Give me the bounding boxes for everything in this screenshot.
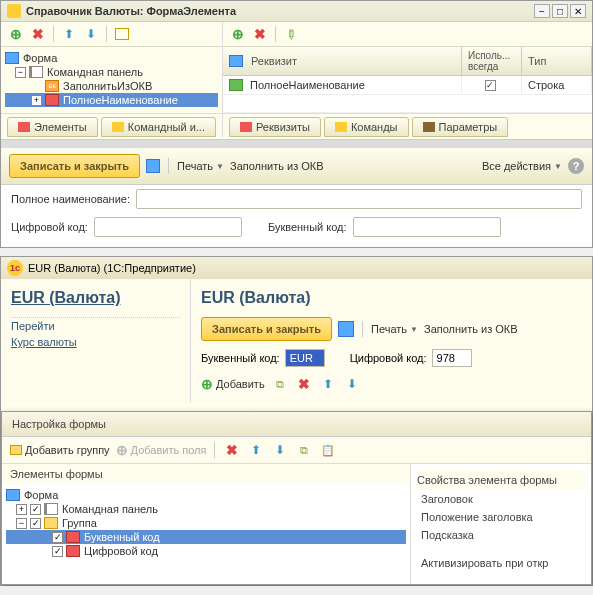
minimize-button[interactable]: − xyxy=(534,4,550,18)
form-preview: Записать и закрыть Печать▼ Заполнить из … xyxy=(1,139,592,247)
checkbox[interactable]: ✓ xyxy=(30,518,41,529)
enterprise-window: 1c EUR (Валюта) (1С:Предприятие) EUR (Ва… xyxy=(0,256,593,586)
tree-node-lettercode[interactable]: ✓ Буквенный код xyxy=(6,530,406,544)
form-icon xyxy=(6,489,20,501)
copy-icon[interactable]: ⧉ xyxy=(295,441,313,459)
field-icon xyxy=(66,531,80,543)
tab-elements[interactable]: Элементы xyxy=(7,117,98,137)
add-group-button[interactable]: Добавить группу xyxy=(10,444,110,456)
tree-node-form[interactable]: Форма xyxy=(6,488,406,502)
copy-icon[interactable]: ⧉ xyxy=(271,375,289,393)
window-title: Справочник Валюты: ФормаЭлемента xyxy=(26,5,534,17)
tree-node-button[interactable]: ок ЗаполнитьИзОКВ xyxy=(5,79,218,93)
modal-toolbar: Добавить группу ⊕Добавить поля ✖ ⬆ ⬇ ⧉ 📋 xyxy=(2,437,591,464)
tree-node-field[interactable]: + ПолноеНаименование xyxy=(5,93,218,107)
save-close-button[interactable]: Записать и закрыть xyxy=(201,317,332,341)
right-tabs: Реквизиты Команды Параметры xyxy=(223,113,592,137)
ok-icon: ок xyxy=(45,80,59,92)
modal-title: Настройка формы xyxy=(2,412,591,437)
main-content: EUR (Валюта) Записать и закрыть Печать▼ … xyxy=(191,279,592,403)
checkbox[interactable]: ✓ xyxy=(30,504,41,515)
delete-icon[interactable]: ✖ xyxy=(29,25,47,43)
down-icon[interactable]: ⬇ xyxy=(343,375,361,393)
delete-icon[interactable]: ✖ xyxy=(295,375,313,393)
tab-icon xyxy=(18,122,30,132)
up-icon[interactable]: ⬆ xyxy=(319,375,337,393)
collapse-icon[interactable]: − xyxy=(16,518,27,529)
prop-title[interactable]: Заголовок xyxy=(417,490,585,508)
expand-icon[interactable]: + xyxy=(16,504,27,515)
expand-icon[interactable]: + xyxy=(31,95,42,106)
delete-icon[interactable]: ✖ xyxy=(223,441,241,459)
titlebar: Справочник Валюты: ФормаЭлемента − □ ✕ xyxy=(1,1,592,22)
save-icon[interactable] xyxy=(146,159,160,173)
print-button[interactable]: Печать▼ xyxy=(177,160,224,172)
fill-okv-button[interactable]: Заполнить из ОКВ xyxy=(230,160,324,172)
collapse-icon[interactable]: − xyxy=(15,67,26,78)
tab-icon xyxy=(240,122,252,132)
folder-icon xyxy=(44,517,58,529)
page-title: EUR (Валюта) xyxy=(201,289,582,307)
prop-title-pos[interactable]: Положение заголовка xyxy=(417,508,585,526)
tab-commands[interactable]: Команды xyxy=(324,117,409,137)
tab-params[interactable]: Параметры xyxy=(412,117,509,137)
numcode-input[interactable] xyxy=(94,217,242,237)
tree-node-panel[interactable]: − Командная панель xyxy=(5,65,218,79)
tab-attributes[interactable]: Реквизиты xyxy=(229,117,321,137)
tab-icon xyxy=(335,122,347,132)
tab-command-ui[interactable]: Командный и... xyxy=(101,117,216,137)
label-numcode: Цифровой код: xyxy=(350,352,427,364)
tree-node-form[interactable]: Форма xyxy=(5,51,218,65)
field-icon xyxy=(45,94,59,106)
down-icon[interactable]: ⬇ xyxy=(82,25,100,43)
folder-icon xyxy=(10,445,22,455)
tree-node-group[interactable]: − ✓ Группа xyxy=(6,516,406,530)
fullname-input[interactable] xyxy=(136,189,582,209)
checkbox[interactable]: ✓ xyxy=(52,532,63,543)
save-close-button[interactable]: Записать и закрыть xyxy=(9,154,140,178)
add-icon[interactable]: ⊕ xyxy=(7,25,25,43)
add-button[interactable]: ⊕Добавить xyxy=(201,376,265,392)
prop-hint[interactable]: Подсказка xyxy=(417,526,585,544)
add-icon[interactable]: ⊕ xyxy=(229,25,247,43)
label-lettercode: Буквенный код: xyxy=(268,221,347,233)
lettercode-input[interactable] xyxy=(353,217,501,237)
maximize-button[interactable]: □ xyxy=(552,4,568,18)
checkbox[interactable]: ✓ xyxy=(52,546,63,557)
add-fields-button[interactable]: ⊕Добавить поля xyxy=(116,442,207,458)
modal-right-pane: Свойства элемента формы Заголовок Положе… xyxy=(411,464,591,584)
sidebar: EUR (Валюта) Перейти Курс валюты xyxy=(1,279,191,403)
sidebar-link-rates[interactable]: Курс валюты xyxy=(11,334,180,350)
numcode-input[interactable] xyxy=(432,349,472,367)
up-icon[interactable]: ⬆ xyxy=(60,25,78,43)
grid-row[interactable]: ПолноеНаименование ✓ Строка xyxy=(223,76,592,95)
sidebar-title[interactable]: EUR (Валюта) xyxy=(11,289,180,307)
form-settings-modal: Настройка формы Добавить группу ⊕Добавит… xyxy=(1,411,592,585)
tree-node-panel[interactable]: + ✓ Командная панель xyxy=(6,502,406,516)
edit-icon[interactable]: ✎ xyxy=(282,25,300,43)
left-tabs: Элементы Командный и... xyxy=(1,113,222,137)
paste-icon[interactable]: 📋 xyxy=(319,441,337,459)
sidebar-section: Перейти xyxy=(11,317,180,334)
up-icon[interactable]: ⬆ xyxy=(247,441,265,459)
tree-node-numcode[interactable]: ✓ Цифровой код xyxy=(6,544,406,558)
save-icon[interactable] xyxy=(338,321,354,337)
tab-icon xyxy=(423,122,435,132)
fill-okv-button[interactable]: Заполнить из ОКВ xyxy=(424,323,518,335)
prop-activate[interactable]: Активизировать при откр xyxy=(417,554,585,572)
print-button[interactable]: Печать▼ xyxy=(371,323,418,335)
app-1c-icon: 1c xyxy=(7,260,23,276)
down-icon[interactable]: ⬇ xyxy=(271,441,289,459)
delete-icon[interactable]: ✖ xyxy=(251,25,269,43)
panel-icon xyxy=(29,66,43,78)
attr-icon xyxy=(229,79,243,91)
close-button[interactable]: ✕ xyxy=(570,4,586,18)
checkbox[interactable]: ✓ xyxy=(485,80,496,91)
props-icon[interactable] xyxy=(113,25,131,43)
lettercode-input[interactable] xyxy=(285,349,325,367)
form-icon xyxy=(5,52,19,64)
help-icon[interactable]: ? xyxy=(568,158,584,174)
panel-icon xyxy=(44,503,58,515)
all-actions-button[interactable]: Все действия▼ xyxy=(482,160,562,172)
section-title: Свойства элемента формы xyxy=(417,470,585,490)
